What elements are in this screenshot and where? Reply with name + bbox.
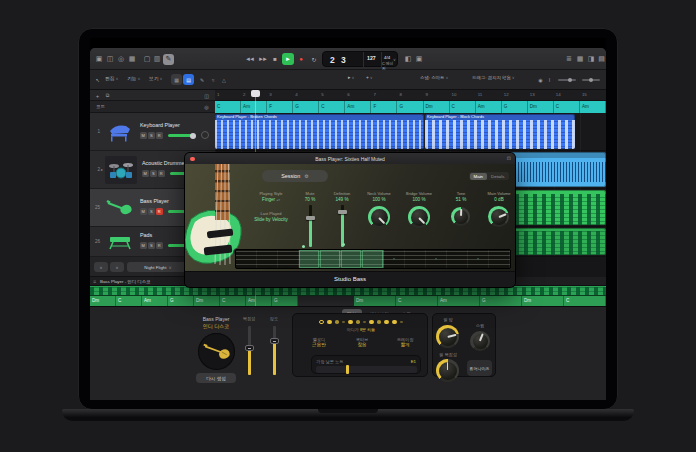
- add-track-icon[interactable]: +: [93, 91, 102, 100]
- chord-cell[interactable]: Am: [476, 101, 502, 113]
- automation-icon[interactable]: ✎: [197, 74, 207, 85]
- disclosure-icon[interactable]: ▸: [101, 167, 103, 172]
- text-tool-icon[interactable]: I: [546, 74, 553, 85]
- fret-cell[interactable]: [341, 250, 362, 268]
- region-broken-chords[interactable]: Keyboard Player - Broken Chords: [215, 114, 424, 149]
- link-icon[interactable]: ⊡: [507, 155, 511, 161]
- neck-volume-knob[interactable]: [368, 206, 390, 228]
- editor-chord-cell[interactable]: Am: [438, 296, 480, 306]
- fret-cell[interactable]: [468, 250, 489, 268]
- solo-button[interactable]: S: [148, 208, 155, 215]
- waveform-zoom-icon[interactable]: ◉: [536, 74, 545, 85]
- chord-cell[interactable]: C: [215, 101, 241, 113]
- chord-cell[interactable]: Am: [345, 101, 371, 113]
- region-view-icon[interactable]: ▤: [183, 74, 194, 85]
- ruler-bar[interactable]: 7: [371, 90, 397, 100]
- ruler-bar[interactable]: 10: [450, 90, 476, 100]
- chord-cell[interactable]: C: [450, 101, 476, 113]
- command-click-tool[interactable]: +∨: [366, 75, 373, 80]
- editor-chord-cell[interactable]: C: [220, 296, 246, 306]
- stop-button[interactable]: ■: [269, 53, 281, 65]
- duplicate-track-icon[interactable]: ⧉: [103, 91, 112, 100]
- chord-cell[interactable]: C: [554, 101, 580, 113]
- fretboard[interactable]: [235, 249, 511, 269]
- complexity-slider[interactable]: [248, 326, 251, 375]
- fill-amount-knob[interactable]: [436, 325, 459, 348]
- fret-cell[interactable]: [384, 250, 405, 268]
- record-button[interactable]: ●: [295, 53, 307, 65]
- ruler-bar[interactable]: 12: [502, 90, 528, 100]
- mute-button[interactable]: M: [140, 208, 147, 215]
- bin-icon[interactable]: ▢: [142, 53, 152, 65]
- humanize-button[interactable]: 휴머나이즈: [467, 360, 492, 376]
- bar-ruler[interactable]: 123456789101112131415: [215, 90, 606, 101]
- solo-button[interactable]: S: [148, 132, 155, 139]
- editor-view-menu[interactable]: ∨: [110, 262, 124, 272]
- volume-slider[interactable]: [168, 134, 194, 137]
- flex-icon[interactable]: ≈: [208, 74, 218, 85]
- lcd-chevron-icon[interactable]: ∨: [393, 57, 396, 62]
- editor-chord-cell[interactable]: Am: [246, 296, 272, 306]
- ruler-bar[interactable]: 11: [476, 90, 502, 100]
- gear-icon[interactable]: ⚙: [304, 173, 308, 179]
- tuner-icon[interactable]: ◧: [403, 53, 413, 65]
- region-block-chords[interactable]: Keyboard Player - Block Chords: [425, 114, 575, 149]
- solo-button[interactable]: S: [148, 242, 155, 249]
- intensity-slider[interactable]: [273, 326, 276, 375]
- fret-cell[interactable]: [426, 250, 447, 268]
- rewind-button[interactable]: ◄◄: [243, 53, 255, 65]
- ruler-bar[interactable]: 14: [554, 90, 580, 100]
- ruler-bar[interactable]: 9: [424, 90, 450, 100]
- chord-cell[interactable]: F: [267, 101, 293, 113]
- track-header-keyboard[interactable]: 1 Keyboard Player M S R: [90, 113, 215, 151]
- ruler-bar[interactable]: 5: [319, 90, 345, 100]
- fret-cell[interactable]: [257, 250, 278, 268]
- loops-browser-icon[interactable]: ◨: [586, 53, 596, 65]
- view-menu[interactable]: 보기∨: [149, 75, 163, 81]
- lowest-note-slider[interactable]: [316, 366, 417, 373]
- song-section-menu[interactable]: Night Flight∨: [127, 262, 189, 272]
- fret-cell[interactable]: [489, 250, 510, 268]
- ruler-bar[interactable]: 6: [345, 90, 371, 100]
- fret-cell[interactable]: [236, 250, 257, 268]
- notes-icon[interactable]: ▤: [597, 53, 606, 65]
- chord-track-power-icon[interactable]: ◎: [202, 103, 211, 112]
- mute-slider[interactable]: [309, 205, 312, 247]
- playhead-handle[interactable]: [251, 90, 260, 97]
- editor-chord-cell[interactable]: C: [564, 296, 606, 306]
- chord-cell[interactable]: G: [502, 101, 528, 113]
- fret-cell[interactable]: [320, 250, 341, 268]
- chord-cell[interactable]: Dm: [528, 101, 554, 113]
- bridge-volume-knob[interactable]: [408, 206, 430, 228]
- chord-cell[interactable]: C: [319, 101, 345, 113]
- swing-knob[interactable]: [470, 331, 490, 351]
- record-enable-button[interactable]: R: [156, 132, 163, 139]
- regenerate-button[interactable]: 다시 생성: [196, 373, 236, 383]
- main-volume-knob[interactable]: [488, 206, 509, 227]
- editor-chord-cell[interactable]: Dm: [354, 296, 396, 306]
- preset-menu[interactable]: Session ⚙: [262, 170, 328, 182]
- edit-menu[interactable]: 편집∨: [105, 75, 119, 81]
- editor-chord-cell[interactable]: Dm: [90, 296, 116, 306]
- editor-chord-cell[interactable]: C: [116, 296, 142, 306]
- catch-icon[interactable]: △: [219, 74, 229, 85]
- phrasing-popup[interactable]: 프레이징 짧게: [385, 337, 425, 347]
- record-enable-button[interactable]: R: [156, 208, 163, 215]
- play-button[interactable]: ►: [282, 53, 294, 65]
- h-zoom-slider[interactable]: [558, 79, 576, 81]
- quick-help-icon[interactable]: ◎: [116, 53, 126, 65]
- mute-button[interactable]: M: [140, 242, 147, 249]
- functions-menu[interactable]: 기능∨: [127, 75, 141, 81]
- ruler-bar[interactable]: 1: [215, 90, 241, 100]
- ruler-bar[interactable]: 15: [580, 90, 606, 100]
- chord-cell[interactable]: G: [397, 101, 423, 113]
- plugin-titlebar[interactable]: Bass Player: Sixties Half Muted ⊡: [185, 153, 515, 164]
- lcd-display[interactable]: 2 3 127 4/4 C 메이저 ∨: [322, 51, 398, 67]
- definition-slider[interactable]: [341, 205, 344, 247]
- drag-menu[interactable]: 드래그: 겹치지 않음∨: [472, 75, 515, 80]
- pointer-tool-icon[interactable]: ↖: [93, 74, 102, 85]
- pencil-icon[interactable]: ✎: [163, 54, 174, 65]
- ruler-bar[interactable]: 4: [293, 90, 319, 100]
- editor-chord-cell[interactable]: Dm: [522, 296, 564, 306]
- chord-cell[interactable]: Am: [580, 101, 606, 113]
